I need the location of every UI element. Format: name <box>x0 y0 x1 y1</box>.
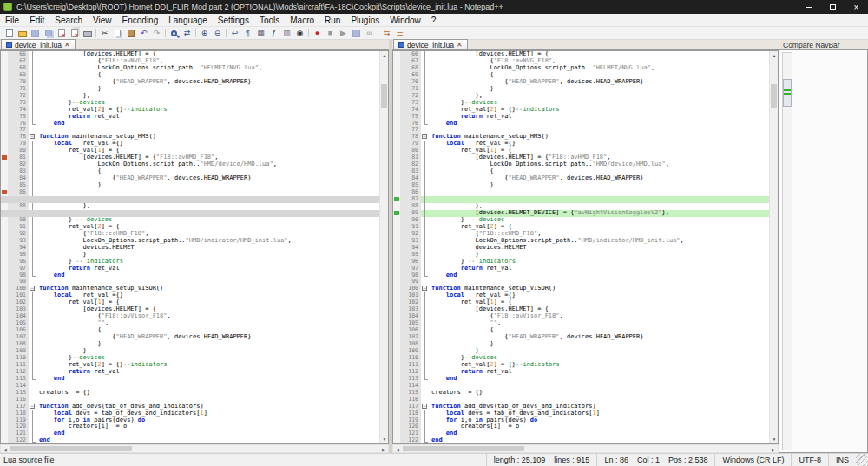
close-button[interactable]: × <box>845 0 868 14</box>
code-line[interactable]: 118 local devs = tab_of_devs_and_indicat… <box>1 410 379 417</box>
code-line[interactable]: 68 LockOn_Options.script_path.."HELMET/N… <box>393 65 769 72</box>
code-line[interactable]: 117−function add_devs(tab_of_devs_and_in… <box>1 404 379 410</box>
code-line[interactable]: 76 end <box>1 121 379 128</box>
code-line[interactable]: 116 <box>393 397 769 404</box>
stop-record-icon[interactable]: ■ <box>324 27 337 39</box>
code-line[interactable]: 78−function maintenance_setup_HMS() <box>1 134 379 141</box>
code-line[interactable]: 101 local ret_val ={} <box>393 292 769 299</box>
code-line[interactable]: 101 local ret_val ={} <box>1 292 379 299</box>
menu-language[interactable]: Language <box>163 14 213 26</box>
code-line[interactable]: 66 [devices.HELMET] = { <box>1 51 379 58</box>
code-line[interactable]: 86 <box>393 189 769 196</box>
menu-encoding[interactable]: Encoding <box>117 14 164 26</box>
horizontal-scrollbar-left[interactable]: ◀ ▶ <box>0 444 389 453</box>
code-line[interactable]: 89 [devices.HELMET_DEVICE] = {"avNightVi… <box>393 210 769 217</box>
word-wrap-icon[interactable]: ↩ <box>228 27 241 39</box>
code-line[interactable]: 116 <box>1 397 379 404</box>
code-line[interactable]: 90 } -- devices <box>393 217 769 224</box>
code-line[interactable]: 68 LockOn_Options.script_path.."HELMET/N… <box>1 65 379 72</box>
code-line[interactable]: 87 <box>393 196 769 203</box>
code-line[interactable]: 103 [devices.HELMET] = { <box>393 306 769 313</box>
code-line[interactable]: 105 "", <box>393 320 769 327</box>
code-line[interactable]: 108 } <box>393 341 769 348</box>
compare-navbar-icon[interactable]: ☰ <box>393 27 406 39</box>
code-line[interactable]: 119 for i,o in pairs(devs) do <box>1 417 379 424</box>
code-line[interactable]: 80 ret_val[1] = { <box>1 148 379 154</box>
code-line[interactable]: 77 <box>393 127 769 134</box>
code-line[interactable]: 90 } -- devices <box>1 217 379 224</box>
zoom-in-icon[interactable]: ⊕ <box>198 27 211 39</box>
save-icon[interactable] <box>29 27 42 39</box>
scroll-up-arrow[interactable]: ▲ <box>380 51 389 60</box>
editor-pane-left[interactable]: 66 [devices.HELMET] = {67 {"F18::avNVG_F… <box>0 50 389 444</box>
code-line[interactable]: 98 end <box>1 272 379 279</box>
scroll-down-arrow[interactable]: ▼ <box>380 435 389 443</box>
find-icon[interactable] <box>168 27 181 39</box>
code-line[interactable]: 71 } <box>393 86 769 93</box>
code-line[interactable]: 104 {"F18::avVisor_F18", <box>1 313 379 320</box>
code-line[interactable]: 120 creators[i] = o <box>1 423 379 430</box>
scroll-right-arrow[interactable]: ▶ <box>379 445 388 453</box>
code-line[interactable]: 72 }, <box>1 93 379 100</box>
scroll-down-arrow[interactable]: ▼ <box>770 435 779 443</box>
code-line[interactable]: 111 ret_val[2] = {}--indicators <box>1 362 379 369</box>
code-line[interactable]: 76 end <box>393 121 769 128</box>
code-line[interactable]: 122end <box>393 437 769 443</box>
code-line[interactable]: 100−function maintenance_setup_VISOR() <box>1 286 379 292</box>
compare-icon[interactable]: ⇆ <box>380 27 393 39</box>
code-line[interactable]: 73 }--devices <box>393 100 769 107</box>
scroll-right-arrow[interactable]: ▶ <box>769 445 778 453</box>
code-line[interactable]: 91 ret_val[2] = { <box>393 224 769 231</box>
code-line[interactable]: 73 }--devices <box>1 100 379 107</box>
code-line[interactable]: 85 } <box>1 182 379 189</box>
status-eol-format[interactable]: Windows (CR LF) <box>714 454 791 466</box>
code-line[interactable]: 70 {"HEAD_WRAPPER", devices.HEAD_WRAPPER… <box>1 79 379 86</box>
code-line[interactable]: 118 local devs = tab_of_devs_and_indicat… <box>393 410 769 417</box>
scrollbar-thumb[interactable] <box>403 446 524 451</box>
menu-search[interactable]: Search <box>49 14 88 26</box>
code-line[interactable]: 114 <box>1 383 379 390</box>
code-line[interactable]: 77 <box>1 127 379 134</box>
code-line[interactable]: 106 { <box>1 327 379 334</box>
code-line[interactable]: 108 } <box>1 341 379 348</box>
code-line[interactable]: 113 end <box>393 376 769 383</box>
code-line[interactable]: 113 end <box>1 376 379 383</box>
document-map-icon[interactable]: ▥ <box>280 27 293 39</box>
code-line[interactable]: 88 }, <box>1 203 379 210</box>
code-line[interactable]: 110 }--devices <box>1 355 379 362</box>
code-line[interactable]: 105 "", <box>1 320 379 327</box>
code-line[interactable]: 102 ret_val[1] = { <box>393 299 769 306</box>
vertical-scrollbar-left[interactable]: ▲ ▼ <box>379 51 388 443</box>
minimize-button[interactable] <box>798 0 821 14</box>
tab-close-icon[interactable]: ✕ <box>457 42 463 49</box>
status-insert-mode[interactable]: INS <box>828 454 856 466</box>
play-macro-icon[interactable]: ▶ <box>337 27 350 39</box>
fold-collapse-icon[interactable]: − <box>30 286 35 291</box>
code-line[interactable]: 81 [devices.HELMET] = {"F18::avHMD_F18", <box>393 154 769 161</box>
diff-filler-line[interactable] <box>1 196 379 203</box>
scroll-left-arrow[interactable]: ◀ <box>1 445 10 453</box>
copy-icon[interactable] <box>111 27 124 39</box>
menu-file[interactable]: File <box>0 14 24 26</box>
code-line[interactable]: 97 return ret_val <box>393 266 769 272</box>
code-line[interactable]: 115creators = {} <box>1 390 379 397</box>
compare-navbar-map[interactable] <box>782 52 792 450</box>
code-line[interactable]: 85 } <box>393 182 769 189</box>
code-line[interactable]: 111 ret_val[2] = {}--indicators <box>393 362 769 369</box>
code-line[interactable]: 99 <box>393 279 769 286</box>
menu-run[interactable]: Run <box>319 14 345 26</box>
maximize-button[interactable] <box>821 0 845 14</box>
zoom-out-icon[interactable]: ⊖ <box>211 27 224 39</box>
menu-tools[interactable]: Tools <box>254 14 285 26</box>
code-line[interactable]: 121 end <box>1 430 379 437</box>
code-line[interactable]: 71 } <box>1 86 379 93</box>
save-all-icon[interactable] <box>42 27 55 39</box>
code-line[interactable]: 106 { <box>393 327 769 334</box>
code-line[interactable]: 93 LockOn_Options.script_path.."HMD/indi… <box>393 238 769 245</box>
menu-help[interactable]: ? <box>426 14 442 26</box>
code-line[interactable]: 112 return ret_val <box>393 369 769 376</box>
code-line[interactable]: 82 LockOn_Options.script_path.."HMD/devi… <box>393 161 769 168</box>
code-line[interactable]: 112 return ret_val <box>1 369 379 376</box>
code-line[interactable]: 98 end <box>393 272 769 279</box>
code-line[interactable]: 80 ret_val[1] = { <box>393 148 769 154</box>
